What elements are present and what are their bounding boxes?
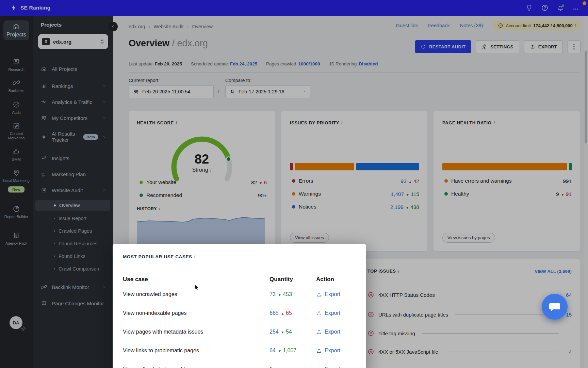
recording-indicator-dot bbox=[583, 1, 586, 5]
upload-icon bbox=[316, 292, 322, 297]
use-case-quantity[interactable]: 665 ▲ 65 bbox=[270, 310, 292, 316]
popup-title: MOST POPULAR USE CASES bbox=[123, 254, 196, 260]
upload-icon bbox=[316, 348, 322, 354]
export-link[interactable]: Export bbox=[316, 366, 340, 368]
use-case-quantity[interactable]: 1 bbox=[270, 366, 273, 368]
chat-widget-button[interactable] bbox=[542, 294, 568, 320]
most-popular-use-cases-popup: MOST POPULAR USE CASES Use case Quantity… bbox=[113, 244, 366, 368]
column-action: Action bbox=[316, 276, 334, 283]
export-link[interactable]: Export bbox=[316, 310, 340, 316]
upload-icon bbox=[316, 367, 322, 368]
use-case-label[interactable]: View links to problematic pages bbox=[123, 348, 199, 354]
use-case-label[interactable]: View uncrawled pages bbox=[123, 291, 177, 297]
use-case-quantity[interactable]: 64 ▼ 1,007 bbox=[270, 348, 296, 354]
chat-bubble-icon bbox=[549, 302, 560, 312]
export-link[interactable]: Export bbox=[316, 348, 340, 354]
column-use-case: Use case bbox=[123, 276, 148, 283]
export-link[interactable]: Export bbox=[316, 291, 340, 297]
export-link[interactable]: Export bbox=[316, 329, 340, 335]
upload-icon bbox=[316, 310, 322, 316]
use-case-label[interactable]: View pages with metadata issues bbox=[123, 329, 203, 335]
upload-icon bbox=[316, 329, 322, 335]
use-case-label[interactable]: View redirect chains and loops bbox=[123, 366, 197, 368]
use-case-quantity[interactable]: 73 ▼ 453 bbox=[270, 291, 292, 297]
column-quantity: Quantity bbox=[270, 276, 293, 283]
use-case-label[interactable]: View non-indexable pages bbox=[123, 310, 186, 316]
use-case-quantity[interactable]: 254 ▼ 54 bbox=[270, 329, 292, 335]
